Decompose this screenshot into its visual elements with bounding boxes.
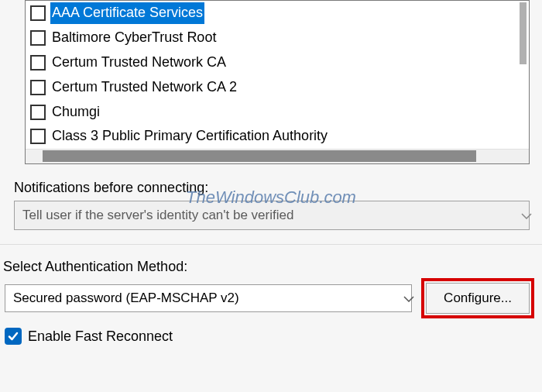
configure-button-highlight: Configure... [421,278,534,318]
list-item[interactable]: Baltimore CyberTrust Root [26,26,529,50]
auth-method-label: Select Authentication Method: [3,259,542,275]
list-item[interactable]: Chumgi [26,100,529,125]
list-item-label: Chumgi [50,101,101,123]
horizontal-scrollbar-track[interactable] [26,149,529,163]
checkbox-icon[interactable] [30,30,46,46]
notifications-dropdown[interactable]: Tell user if the server's identity can't… [14,201,530,230]
notifications-label: Notifications before connecting: [14,180,542,196]
trusted-ca-listbox[interactable]: AAA Certificate Services Baltimore Cyber… [25,0,530,164]
list-item-label: AAA Certificate Services [50,2,204,24]
notifications-value: Tell user if the server's identity can't… [22,208,293,223]
auth-method-value: Secured password (EAP-MSCHAP v2) [13,291,239,306]
horizontal-scrollbar-thumb[interactable] [43,150,476,162]
vertical-scrollbar-thumb[interactable] [520,2,527,64]
list-item[interactable]: Certum Trusted Network CA [26,50,529,75]
fast-reconnect-checkbox-row[interactable]: Enable Fast Reconnect [5,328,542,345]
list-item-label: Certum Trusted Network CA [50,52,228,74]
configure-button[interactable]: Configure... [426,283,530,314]
checkbox-icon[interactable] [30,129,46,144]
list-item-label: Certum Trusted Network CA 2 [50,77,238,98]
eap-settings-dialog: AAA Certificate Services Baltimore Cyber… [0,0,542,345]
checkbox-checked-icon[interactable] [5,328,22,345]
list-item-label: Class 3 Public Primary Certification Aut… [50,126,329,147]
auth-method-dropdown[interactable]: Secured password (EAP-MSCHAP v2) [5,284,412,312]
list-item[interactable]: Class 3 Public Primary Certification Aut… [26,124,529,149]
list-item[interactable]: Certum Trusted Network CA 2 [26,75,529,100]
list-item-label: Baltimore CyberTrust Root [50,27,218,49]
fast-reconnect-label: Enable Fast Reconnect [28,328,173,345]
checkbox-icon[interactable] [30,5,46,21]
list-item[interactable]: AAA Certificate Services [26,1,529,26]
checkbox-icon[interactable] [30,55,46,70]
checkbox-icon[interactable] [30,80,46,95]
checkbox-icon[interactable] [30,105,46,120]
